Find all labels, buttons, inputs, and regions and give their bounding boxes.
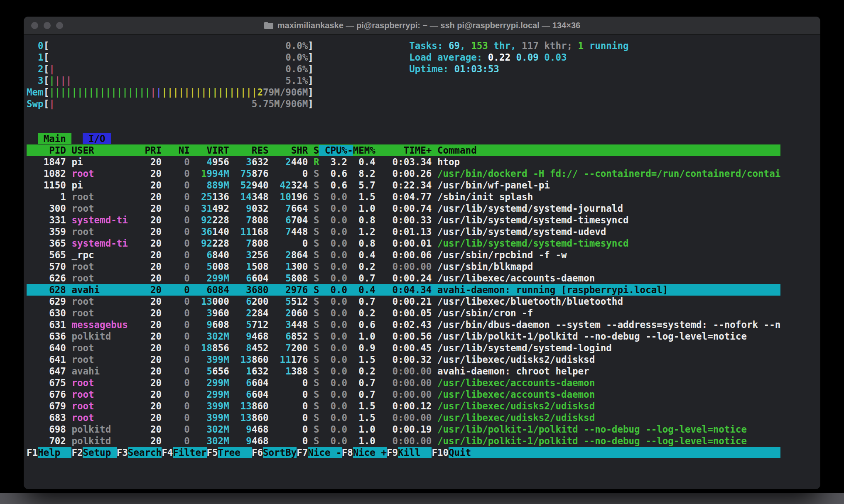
- process-row[interactable]: 1150 pi 20 0 889M 52940 42324 S 0.6 5.7 …: [27, 179, 780, 191]
- process-row[interactable]: 641 root 20 0 399M 13860 11176 S 0.0 1.5…: [27, 354, 780, 365]
- fnlabel-F8[interactable]: Nice +: [353, 447, 387, 458]
- process-row[interactable]: 1 root 20 0 25136 14348 10196 S 0.0 1.5 …: [27, 191, 780, 203]
- process-row[interactable]: 359 root 20 0 36140 11168 7448 S 0.0 1.2…: [27, 226, 780, 237]
- process-row[interactable]: 565 _rpc 20 0 6840 3256 2864 S 0.0 0.4 0…: [27, 249, 780, 261]
- process-row[interactable]: 629 root 20 0 13000 6200 5512 S 0.0 0.7 …: [27, 296, 780, 307]
- tab-main[interactable]: Main: [38, 133, 71, 144]
- tab-io[interactable]: I/O: [83, 133, 111, 144]
- process-row[interactable]: 300 root 20 0 31492 9032 7664 S 0.0 1.0 …: [27, 203, 780, 214]
- cell-mem: 0.4: [347, 284, 375, 295]
- process-row[interactable]: 683 root 20 0 399M 13860 0 S 0.0 1.5 0:0…: [27, 412, 780, 423]
- cell-res: [235, 238, 246, 249]
- cell-res: 1: [246, 366, 252, 377]
- cell-time: 0:22.34: [375, 180, 432, 191]
- cell-shr: [274, 354, 280, 365]
- process-row[interactable]: 365 systemd-ti 20 0 92228 7808 0 S 0.0 0…: [27, 237, 780, 249]
- process-row[interactable]: 647 avahi 20 0 5656 1632 1388 S 0.0 0.2 …: [27, 365, 780, 377]
- process-row[interactable]: 679 root 20 0 399M 13860 0 S 0.0 1.5 0:0…: [27, 400, 780, 412]
- process-row[interactable]: 630 root 20 0 3960 2284 2060 S 0.0 0.2 0…: [27, 307, 780, 319]
- fnkey-F6[interactable]: F6: [252, 447, 263, 458]
- cell-shr: 0: [302, 238, 308, 249]
- fnkey-F2[interactable]: F2: [71, 447, 83, 458]
- cell-res: 9: [246, 203, 252, 214]
- cell-command: /usr/libexec/udisks2/udisksd: [432, 412, 595, 423]
- fnlabel-F5[interactable]: Tree: [218, 447, 252, 458]
- cell-pid: 640: [27, 343, 66, 353]
- process-row[interactable]: 676 root 20 0 299M 6604 0 S 0.0 0.7 0:00…: [27, 389, 780, 400]
- cell-virt: [195, 424, 206, 435]
- fnlabel-F10[interactable]: Quit: [449, 447, 482, 458]
- fnkey-F9[interactable]: F9: [387, 447, 398, 458]
- fnlabel-F6[interactable]: SortBy: [263, 447, 297, 458]
- window-title: maximiliankaske — pi@raspberrypi: ~ — ss…: [24, 21, 820, 30]
- cell-shr: 7: [285, 343, 291, 353]
- fnlabel-F4[interactable]: Filter: [173, 447, 206, 458]
- fnkey-F4[interactable]: F4: [162, 447, 173, 458]
- cell-res: [235, 250, 246, 260]
- minimize-button[interactable]: [44, 22, 51, 29]
- selected-process-row[interactable]: 628 avahi 20 0 6084 3680 2976 S 0.0 0.4 …: [27, 284, 780, 296]
- process-row[interactable]: 626 root 20 0 299M 6604 5808 S 0.0 0.7 0…: [27, 272, 780, 284]
- cell-ni: 0: [162, 319, 190, 330]
- process-row[interactable]: 631 messagebus 20 0 9608 5712 3448 S 0.0…: [27, 319, 780, 330]
- header-fill: [477, 145, 780, 156]
- meter-bar: |: [150, 87, 156, 98]
- process-row[interactable]: 331 systemd-ti 20 0 92228 7808 6704 S 0.…: [27, 214, 780, 226]
- cell-res: 9: [246, 435, 252, 446]
- fnkey-F10[interactable]: F10: [432, 447, 449, 458]
- cell-ni: 0: [162, 343, 190, 353]
- cell-virt: 31: [201, 203, 212, 214]
- fnlabel-F7[interactable]: Nice -: [308, 447, 341, 458]
- cell-mem: 0.7: [347, 389, 375, 400]
- titlebar[interactable]: maximiliankaske — pi@raspberrypi: ~ — ss…: [24, 17, 820, 35]
- cell-shr: [274, 226, 285, 237]
- gap: [190, 250, 196, 260]
- cell-command: avahi-daemon: chroot helper: [432, 366, 589, 377]
- cell-mem: 1.5: [347, 412, 375, 423]
- cell-shr: 300: [291, 261, 308, 272]
- process-row[interactable]: 1082 root 20 0 1994M 75876 0 S 0.6 8.2 0…: [27, 168, 780, 179]
- cell-pid: 676: [27, 389, 66, 400]
- cell-state: S: [314, 331, 319, 342]
- cell-mem: 1.0: [347, 331, 375, 342]
- fnkey-F8[interactable]: F8: [342, 447, 353, 458]
- cell-res: 712: [252, 319, 269, 330]
- cell-state: S: [314, 168, 319, 179]
- cell-pri: 20: [133, 308, 162, 318]
- fnkey-F3[interactable]: F3: [117, 447, 128, 458]
- fnlabel-F1[interactable]: Help: [38, 447, 71, 458]
- process-row[interactable]: 675 root 20 0 299M 6604 0 S 0.0 0.7 0:00…: [27, 377, 780, 389]
- cell-pri: 20: [133, 354, 162, 365]
- cell-shr: 1: [285, 261, 291, 272]
- gap: [66, 424, 72, 435]
- process-table-header[interactable]: PID USER PRI NI VIRT RES SHR S CPU%-MEM%…: [27, 144, 780, 156]
- fnlabel-F2[interactable]: Setup: [83, 447, 116, 458]
- fnkey-F1[interactable]: F1: [27, 447, 38, 458]
- cell-res: 13: [240, 354, 252, 365]
- process-row[interactable]: 570 root 20 0 5008 1508 1300 S 0.0 0.2 0…: [27, 261, 780, 272]
- cell-pri: 20: [133, 366, 162, 377]
- cell-virt: 492: [212, 203, 229, 214]
- cell-shr: [274, 238, 302, 249]
- close-button[interactable]: [31, 22, 38, 29]
- process-row[interactable]: 698 polkitd 20 0 302M 9468 0 S 0.0 1.0 0…: [27, 423, 780, 435]
- cell-virt: 136: [212, 191, 229, 202]
- gap: [66, 366, 72, 377]
- cell-cpu: 0.0: [319, 238, 347, 249]
- gap: [190, 435, 196, 446]
- terminal-content: 0[ 0.0%] Tasks: 69, 153 thr, 117 kthr; 1…: [24, 35, 820, 458]
- zoom-button[interactable]: [56, 22, 63, 29]
- process-row[interactable]: 640 root 20 0 18856 8452 7200 S 0.0 0.9 …: [27, 342, 780, 354]
- fnlabel-F3[interactable]: Search: [128, 447, 162, 458]
- fnlabel-F9[interactable]: Kill: [398, 447, 432, 458]
- cell-res: [235, 377, 246, 388]
- cell-res: [235, 191, 240, 202]
- fnkey-F7[interactable]: F7: [297, 447, 308, 458]
- cell-time: 0:00.05: [375, 308, 432, 318]
- process-row[interactable]: 636 polkitd 20 0 302M 9468 6852 S 0.0 1.…: [27, 330, 780, 342]
- process-row[interactable]: 702 polkitd 20 0 302M 9468 0 S 0.0 1.0 0…: [27, 435, 780, 447]
- fnkey-F5[interactable]: F5: [207, 447, 218, 458]
- cell-virt: 299M: [207, 377, 229, 388]
- cell-state: S: [314, 191, 319, 202]
- process-row[interactable]: 1847 pi 20 0 4956 3632 2440 R 3.2 0.4 0:…: [27, 156, 780, 168]
